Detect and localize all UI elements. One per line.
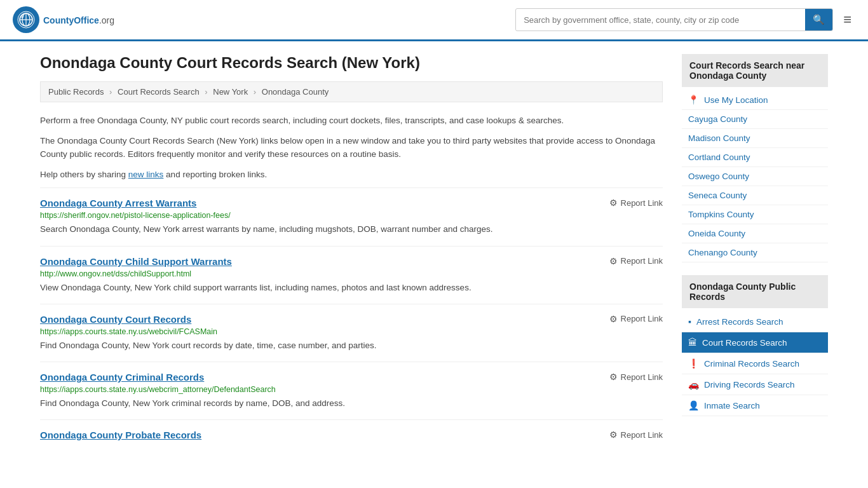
public-records-header: Onondaga County Public Records [682,275,828,308]
record-header: Onondaga County Arrest Warrants ⚙ Report… [40,198,663,208]
report-link-4[interactable]: ⚙ Report Link [609,430,663,440]
public-record-icon-3: 🚗 [688,379,699,390]
report-link-0[interactable]: ⚙ Report Link [609,198,663,208]
public-record-icon-0: ▪ [688,316,691,327]
public-record-icon-2: ❗ [688,358,699,369]
breadcrumb-current: Onondaga County [262,87,329,97]
public-records-section: Onondaga County Public Records ▪Arrest R… [682,275,828,416]
record-url-2[interactable]: https://iapps.courts.state.ny.us/webcivi… [40,327,663,336]
nearby-counties-list: Cayuga CountyMadison CountyCortland Coun… [682,110,828,262]
record-url-3[interactable]: https://iapps.courts.state.ny.us/webcrim… [40,385,663,394]
breadcrumb-new-york[interactable]: New York [213,87,248,97]
record-title-4[interactable]: Onondaga County Probate Records [40,430,201,440]
report-link-3[interactable]: ⚙ Report Link [609,372,663,382]
nearby-header: Court Records Search near Onondaga Count… [682,54,828,87]
svg-point-5 [21,15,24,18]
nearby-county-2[interactable]: Cortland County [682,148,828,167]
record-desc-2: Find Onondaga County, New York court rec… [40,339,663,352]
new-links-link[interactable]: new links [128,170,164,179]
nearby-county-1[interactable]: Madison County [682,129,828,148]
record-desc-0: Search Onondaga County, New York arrest … [40,223,663,236]
description-para1: Perform a free Onondaga County, NY publi… [40,114,663,128]
search-input[interactable] [516,10,805,30]
search-bar: 🔍 [515,8,833,31]
location-icon: 📍 [688,95,699,105]
use-location-link[interactable]: 📍 Use My Location [682,90,828,110]
search-button[interactable]: 🔍 [805,9,832,30]
record-header: Onondaga County Criminal Records ⚙ Repor… [40,372,663,383]
record-title-2[interactable]: Onondaga County Court Records [40,314,191,325]
breadcrumb-court-records[interactable]: Court Records Search [118,87,200,97]
public-record-link-2[interactable]: ❗Criminal Records Search [682,353,828,374]
nearby-county-5[interactable]: Tompkins County [682,205,828,224]
use-location-label: Use My Location [704,95,768,105]
main-container: Onondaga County Court Records Search (Ne… [21,41,847,465]
description-para2: The Onondaga County Court Records Search… [40,134,663,161]
record-desc-1: View Onondaga County, New York child sup… [40,281,663,294]
nearby-section: Court Records Search near Onondaga Count… [682,54,828,262]
report-icon-4: ⚙ [609,430,618,440]
nearby-county-6[interactable]: Oneida County [682,224,828,243]
hamburger-menu-icon[interactable]: ≡ [839,8,855,32]
logo-icon [13,6,39,33]
logo-area[interactable]: CountyOffice.org [13,6,114,33]
site-header: CountyOffice.org 🔍 ≡ [0,0,868,41]
public-record-label-1: Court Records Search [702,338,787,348]
public-record-link-3[interactable]: 🚗Driving Records Search [682,374,828,395]
record-header: Onondaga County Court Records ⚙ Report L… [40,314,663,325]
record-header: Onondaga County Child Support Warrants ⚙… [40,256,663,267]
record-title-1[interactable]: Onondaga County Child Support Warrants [40,256,232,267]
public-record-link-4[interactable]: 👤Inmate Search [682,395,828,416]
record-url-1[interactable]: http://www.ongov.net/dss/childSupport.ht… [40,269,663,278]
record-title-0[interactable]: Onondaga County Arrest Warrants [40,198,196,208]
record-desc-3: Find Onondaga County, New York criminal … [40,397,663,410]
public-record-link-0[interactable]: ▪Arrest Records Search [682,311,828,332]
nearby-county-7[interactable]: Chenango County [682,243,828,262]
breadcrumb-sep-3: › [254,87,256,97]
nearby-county-3[interactable]: Oswego County [682,167,828,186]
record-item: Onondaga County Court Records ⚙ Report L… [40,304,663,362]
nearby-county-4[interactable]: Seneca County [682,186,828,205]
report-icon-2: ⚙ [609,314,618,324]
breadcrumb: Public Records › Court Records Search › … [40,81,663,102]
report-link-2[interactable]: ⚙ Report Link [609,314,663,324]
nearby-county-0[interactable]: Cayuga County [682,110,828,129]
public-record-link-1[interactable]: 🏛Court Records Search [682,332,828,353]
record-item: Onondaga County Criminal Records ⚙ Repor… [40,362,663,419]
description-para3: Help others by sharing new links and rep… [40,168,663,182]
record-item: Onondaga County Arrest Warrants ⚙ Report… [40,187,663,245]
record-url-0[interactable]: https://sheriff.ongov.net/pistol-license… [40,211,663,220]
sidebar: Court Records Search near Onondaga Count… [682,54,828,452]
records-list: Onondaga County Arrest Warrants ⚙ Report… [40,187,663,452]
public-record-label-0: Arrest Records Search [696,317,783,327]
record-title-3[interactable]: Onondaga County Criminal Records [40,372,204,383]
report-link-1[interactable]: ⚙ Report Link [609,256,663,266]
public-record-label-4: Inmate Search [704,401,760,410]
report-icon-0: ⚙ [609,198,618,208]
logo-text: CountyOffice.org [43,13,114,27]
breadcrumb-sep-2: › [205,87,207,97]
record-item: Onondaga County Probate Records ⚙ Report… [40,419,663,452]
breadcrumb-public-records[interactable]: Public Records [48,87,104,97]
record-item: Onondaga County Child Support Warrants ⚙… [40,246,663,304]
breadcrumb-sep-1: › [109,87,112,97]
content-area: Onondaga County Court Records Search (Ne… [40,54,663,452]
public-records-list: ▪Arrest Records Search🏛Court Records Sea… [682,311,828,416]
report-icon-1: ⚙ [609,256,618,266]
report-icon-3: ⚙ [609,372,618,382]
public-record-label-3: Driving Records Search [704,380,795,390]
record-header: Onondaga County Probate Records ⚙ Report… [40,430,663,440]
page-title: Onondaga County Court Records Search (Ne… [40,54,663,72]
public-record-label-2: Criminal Records Search [704,359,799,369]
header-right: 🔍 ≡ [515,8,855,32]
public-record-icon-1: 🏛 [688,337,697,348]
public-record-icon-4: 👤 [688,400,699,410]
